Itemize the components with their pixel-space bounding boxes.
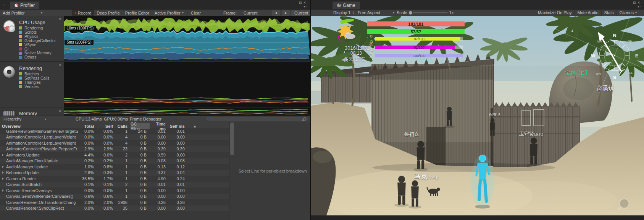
column-overview[interactable]: Overview [0,124,80,129]
clear-button[interactable]: Clear [188,10,203,16]
expand-arrow-icon[interactable] [2,166,4,168]
profile-editor-button[interactable]: Profile Editor [123,10,152,16]
row-calls: 23 [116,147,131,151]
table-row[interactable]: AnimatorControllerPlayable.PrepareFr 2.9… [0,146,229,152]
oxygen-bar-label: 氧气 [370,51,373,61]
sort-ascending-icon[interactable]: ▲ [188,124,205,128]
scale-slider-track[interactable] [413,12,448,13]
table-row[interactable]: GameView.GetMainGameViewTargetS 0.0% 0.0… [0,128,229,134]
table-row[interactable]: Animators.Update 4.4% 0.0% 2 0 B 0.59 0.… [0,152,229,158]
table-row[interactable]: Canvas.RenderOverlays 0.0% 0.0% 1 0 B 0.… [0,187,229,194]
column-self-ms[interactable]: Self ms [169,124,188,129]
table-row[interactable]: AnimationController.LerpLayerWeight 0.0%… [0,134,229,140]
deep-profile-button[interactable]: Deep Profile [94,10,123,16]
row-time-ms: 0.08 [150,194,169,199]
row-gc-alloc: 0 B [131,135,150,139]
mute-audio-button[interactable]: Mute Audio [575,10,601,16]
detail-panel: Select Line for per-object breakdown [235,122,310,220]
column-total[interactable]: Total [80,124,97,129]
row-self-ms: 0.01 [169,182,188,187]
memory-chart[interactable] [64,108,310,116]
tab-profiler[interactable]: Profiler [10,2,39,9]
window-controls[interactable]: ⊡✕ [299,1,308,5]
frame-debugger-button[interactable]: Frame Debugger [130,116,161,122]
frame-label: Frame: [223,11,237,15]
row-self: 1.7% [97,176,116,181]
gizmos-dropdown[interactable]: Gizmos▾ [617,10,639,16]
legend-label: GarbageCollector [24,39,56,43]
row-calls: 1 [116,188,131,193]
table-row[interactable]: Canvas.BuildBatch 0.1% 0.1% 2 0 B 0.01 0… [0,182,229,188]
table-row[interactable]: AnimationController.LerpLayerWeight 0.0%… [0,140,229,146]
legend-swatch [19,85,22,88]
table-row[interactable]: CanvasRenderer.SyncClipRect 0.0% 0.0% 35… [0,205,229,212]
legend-item[interactable]: Others [19,55,64,59]
tab-game[interactable]: Game [332,2,360,9]
window-menu-icon[interactable]: ▾≡ [638,5,642,8]
add-profiler-dropdown[interactable]: Add Profiler ▾ [0,10,45,16]
column-gc-alloc[interactable]: GC Alloc [131,123,150,129]
table-scrollbar[interactable] [229,122,235,220]
display-dropdown[interactable]: Display 1⇕ [333,10,355,16]
column-self[interactable]: Self [97,124,116,129]
hierarchy-dropdown[interactable]: Hierarchy ▾ [1,116,48,122]
row-self-ms: 0.39 [169,147,188,151]
window-controls[interactable]: ⊡✕ [633,1,642,5]
active-profiler-dropdown[interactable]: Active Profiler ▾ [152,10,186,16]
close-icon[interactable]: ✕ [59,17,62,21]
column-calls[interactable]: Calls [116,124,131,129]
row-calls: 1 [116,129,131,134]
table-row[interactable]: AudioManager.FixedUpdate 0.2% 0.2% 1 0 B… [0,158,229,164]
current-frame-button[interactable]: Current [291,10,310,16]
legend-item[interactable]: VSync [19,43,64,47]
row-calls: 35 [116,206,131,210]
game-viewport[interactable]: N S E W NE SE SW NW [311,16,644,215]
window-menu-icon[interactable]: ▾≡ [303,5,308,8]
scale-slider-knob[interactable] [409,11,412,15]
row-total: 0.0% [80,141,97,145]
scrollbar-thumb[interactable] [230,122,234,155]
row-calls: 1 [116,176,131,181]
next-frame-button[interactable]: ▶ [282,10,290,16]
expand-arrow-icon[interactable] [2,178,4,180]
row-self: 2.0% [97,200,116,205]
row-name: AnimatorControllerPlayable.PrepareFr [6,147,80,151]
table-row[interactable]: BehaviourUpdate 2.8% 0.3% 1 0 B 0.37 0.0… [0,170,229,176]
legend-item[interactable]: Vertices [19,85,64,89]
aspect-dropdown[interactable]: Free Aspect▾ [358,10,394,16]
profiler-table: Overview Total Self Calls GC Alloc Time … [0,122,229,220]
updown-icon: ⇕ [352,11,355,15]
row-total: 36.5% [80,176,97,181]
table-row[interactable]: Camera.Render 36.5% 1.7% 1 0 B 4.90 0.24 [0,176,229,182]
row-self: 0.2% [97,158,116,163]
legend-label: Others [24,55,37,59]
module-memory[interactable]: Memory ✕ [0,108,64,116]
search-input[interactable] [206,117,308,121]
close-icon[interactable]: ✕ [59,63,62,67]
row-name: CanvasRenderer.SyncClipRect [6,206,80,210]
maximize-on-play-button[interactable]: Maximize On Play [535,10,575,16]
cpu-chart[interactable] [64,16,310,62]
table-row[interactable]: CanvasRenderer.OnTransformChang 2.0% 2.0… [0,199,229,205]
expand-arrow-icon[interactable] [2,154,4,156]
game-toolbar-right: Maximize On Play Mute Audio Stats Gizmos… [535,10,639,16]
module-cpu-usage[interactable]: CPU Usage RenderingScriptsPhysicsGarbage… [0,16,64,62]
row-gc-alloc: 0 B [131,153,150,157]
table-row[interactable]: AudioManager.Update 1.0% 0.8% 1 0 B 0.13… [0,164,229,170]
module-rendering[interactable]: Rendering BatchesSetPass CallsTrianglesV… [0,62,64,108]
expand-arrow-icon[interactable] [2,171,4,174]
compass-se: SE [629,71,633,75]
row-total: 2.9% [80,147,97,151]
legend-item[interactable]: GarbageCollector [19,39,64,43]
profiler-table-body: GameView.GetMainGameViewTargetS 0.0% 0.0… [0,128,229,211]
record-button[interactable]: ● Record [72,10,94,16]
close-icon[interactable]: ✕ [59,109,62,113]
pane-menu-icon[interactable]: ≡ [3,3,5,7]
stats-button[interactable]: Stats [601,10,617,16]
row-self-ms: 0.00 [169,206,188,210]
expand-arrow-icon[interactable] [2,189,4,192]
table-row[interactable]: Canvas.SendWillRenderCanvases() 0.6% 0.6… [0,194,229,200]
prev-frame-button[interactable]: ◀ [272,10,280,16]
game-date: 3016/12/31 [345,45,370,51]
rendering-chart[interactable] [64,62,310,108]
